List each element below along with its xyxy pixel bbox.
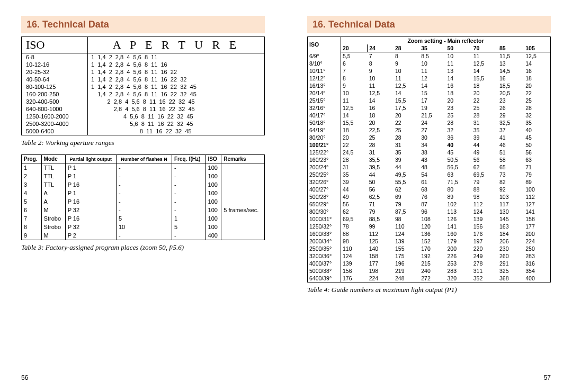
table-program-places: Prog.ModePartial light outputNumber of f… (21, 154, 265, 240)
t4-cell: 79 (368, 208, 394, 215)
t4-cell: 8 (368, 60, 394, 67)
t4-cell: 18 (341, 126, 368, 134)
t4-cell: 21,5 (419, 112, 445, 119)
t4-cell: 63 (445, 171, 471, 178)
t4-iso-cell: 1600/33° (308, 230, 341, 238)
t3-cell (221, 172, 265, 180)
t4-iso-cell: 3200/36° (308, 252, 341, 260)
t4-cell: 18,5 (498, 82, 524, 89)
t4-cell: 16 (445, 82, 471, 89)
t3-cell: 1 (172, 214, 205, 223)
t4-cell: 113 (445, 208, 471, 215)
t4-cell: 253 (445, 260, 471, 267)
t3-cell: 3 (22, 180, 42, 189)
t4-iso-cell: 40/17° (308, 112, 341, 119)
t2-aperture-cell: 5,6 8 11 16 22 32 45 (88, 120, 265, 127)
t4-zoom-col: 105 (524, 44, 550, 52)
t3-cell: 2 (22, 172, 42, 180)
t4-cell: 368 (498, 275, 524, 282)
t4-cell: 354 (524, 267, 550, 275)
t4-cell: 89 (445, 193, 471, 200)
t4-cell: 12 (419, 75, 445, 82)
t3-cell: P 16 (65, 180, 116, 189)
t4-cell: 206 (498, 238, 524, 245)
t4-cell: 8 (341, 75, 368, 82)
t2-iso-cell: 640-800-1000 (22, 105, 88, 113)
t3-cell: P 16 (65, 197, 116, 206)
t3-cell: P 1 (65, 163, 116, 172)
t4-cell: 98 (341, 238, 368, 245)
t4-cell: 22,5 (368, 126, 394, 134)
t3-cell: P 2 (65, 231, 116, 240)
t4-cell: 176 (472, 230, 498, 238)
t4-cell: 158 (524, 215, 550, 223)
t4-cell: 20 (368, 119, 394, 126)
t3-cell (221, 197, 265, 206)
t4-cell: 35 (472, 126, 498, 134)
t3-cell: - (172, 206, 205, 214)
t3-cell: 5 frames/sec. (221, 206, 265, 214)
t4-cell: 7 (368, 52, 394, 60)
table4-caption: Table 4: Guide numbers at maximum light … (307, 286, 551, 294)
t3-cell (221, 189, 265, 197)
t3-cell: P 16 (65, 214, 116, 223)
t4-cell: 40 (524, 126, 550, 134)
t4-cell: 11 (419, 67, 445, 75)
t4-cell: 156 (341, 267, 368, 275)
t3-cell: - (116, 189, 172, 197)
t3-cell: 100 (205, 172, 221, 180)
t4-cell: 11 (341, 97, 368, 104)
page-right: 16. Technical Data ISO Zoom setting - Ma… (286, 0, 572, 392)
t4-cell: 71 (368, 200, 394, 208)
t2-aperture-cell: 1,4 2 2,8 4 5,6 8 11 16 22 32 45 (88, 90, 265, 98)
t4-zoom-col: 70 (472, 44, 498, 52)
t2-iso-cell: 20-25-32 (22, 68, 88, 76)
t3-cell: 100 (205, 163, 221, 172)
t4-cell: 45 (445, 149, 471, 156)
t3-cell: 10 (116, 223, 172, 231)
t3-cell: P 32 (65, 206, 116, 214)
t4-cell: 20 (445, 97, 471, 104)
t4-cell: 10 (368, 75, 394, 82)
t3-header-cell: Mode (41, 155, 65, 163)
t4-cell: 13 (498, 60, 524, 67)
t4-cell: 28 (341, 156, 368, 163)
page-number-left: 56 (21, 374, 28, 381)
t4-cell: 103 (498, 193, 524, 200)
t4-cell: 39 (394, 156, 419, 163)
t4-cell: 272 (419, 275, 445, 282)
t2-iso-cell: 160-200-250 (22, 90, 88, 98)
t4-cell: 226 (445, 252, 471, 260)
t4-iso-cell: 160/23° (308, 156, 341, 163)
t3-cell (221, 214, 265, 223)
t3-cell: 100 (205, 197, 221, 206)
t4-cell: 400 (524, 275, 550, 282)
t4-cell: 6 (341, 60, 368, 67)
t4-cell: 55,5 (394, 178, 419, 186)
t3-header-cell: ISO (205, 155, 221, 163)
t2-iso-cell: 2500-3200-4000 (22, 120, 88, 127)
t4-cell: 141 (445, 223, 471, 230)
t4-cell: 325 (498, 267, 524, 275)
t4-cell: 156 (472, 223, 498, 230)
t3-cell: 6 (22, 206, 42, 214)
t4-cell: 124 (394, 230, 419, 238)
t3-cell: 100 (205, 180, 221, 189)
t2-iso-cell: 1250-1600-2000 (22, 113, 88, 120)
t3-cell: TTL (41, 163, 65, 172)
t4-cell: 26 (498, 104, 524, 112)
t3-cell: - (116, 231, 172, 240)
t4-cell: 200 (524, 230, 550, 238)
t3-cell: - (172, 231, 205, 240)
t3-cell (221, 223, 265, 231)
t4-cell: 22 (524, 89, 550, 97)
t4-cell: 56,5 (445, 163, 471, 171)
t4-cell: 14 (419, 82, 445, 89)
t4-cell: 215 (419, 260, 445, 267)
t4-cell: 12,5 (341, 104, 368, 112)
t4-cell: 18 (445, 89, 471, 97)
t4-cell: 152 (419, 238, 445, 245)
t4-cell: 39 (472, 134, 498, 141)
t4-cell: 32,5 (498, 119, 524, 126)
t4-cell: 30 (419, 134, 445, 141)
